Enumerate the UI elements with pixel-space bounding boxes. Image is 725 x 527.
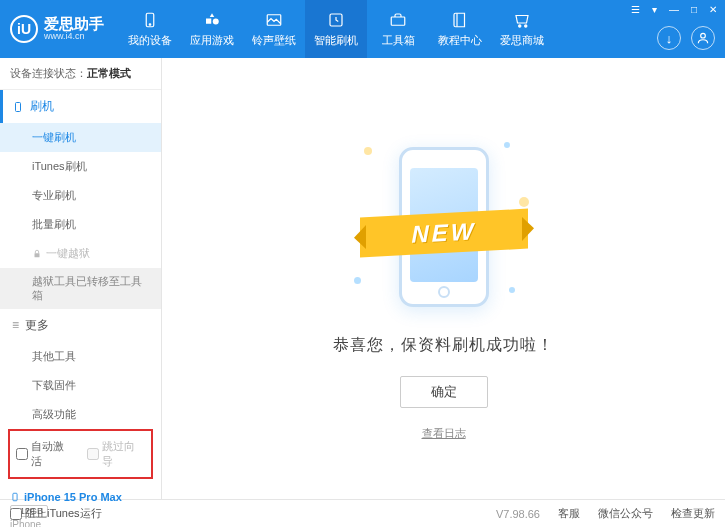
image-icon [264,10,284,30]
success-illustration: NEW [354,137,534,317]
sidebar-item-itunes[interactable]: iTunes刷机 [0,152,161,181]
sidebar-item-moved-notice: 越狱工具已转移至工具箱 [0,268,161,309]
sidebar-item-other[interactable]: 其他工具 [0,342,161,371]
sidebar-item-advanced[interactable]: 高级功能 [0,400,161,429]
nav-flash[interactable]: 智能刷机 [305,0,367,58]
header-right: ↓ [657,26,715,50]
wechat-link[interactable]: 微信公众号 [598,506,653,521]
sidebar-item-batch[interactable]: 批量刷机 [0,210,161,239]
phone-small-icon [12,101,24,113]
check-update-link[interactable]: 检查更新 [671,506,715,521]
maximize-icon[interactable]: □ [689,2,699,17]
cart-icon [512,10,532,30]
close-icon[interactable]: ✕ [707,2,719,17]
sidebar-section-flash[interactable]: 刷机 [0,90,161,123]
account-button[interactable] [691,26,715,50]
phone-icon [140,10,160,30]
logo-icon: iU [10,15,38,43]
nav-apps[interactable]: 应用游戏 [181,0,243,58]
nav-label: 应用游戏 [190,33,234,48]
svg-point-1 [149,24,151,26]
svg-rect-10 [16,102,21,111]
nav-label: 铃声壁纸 [252,33,296,48]
main-nav: 我的设备 应用游戏 铃声壁纸 智能刷机 工具箱 教程中心 爱思商城 [119,0,553,58]
nav-label: 我的设备 [128,33,172,48]
success-message: 恭喜您，保资料刷机成功啦！ [333,335,554,356]
block-itunes-checkbox[interactable]: 阻止iTunes运行 [10,506,102,521]
ok-button[interactable]: 确定 [400,376,488,408]
nav-label: 工具箱 [382,33,415,48]
app-header: iU 爱思助手 www.i4.cn 我的设备 应用游戏 铃声壁纸 智能刷机 工具… [0,0,725,58]
nav-label: 爱思商城 [500,33,544,48]
svg-point-8 [525,25,527,27]
minimize-icon[interactable]: — [667,2,681,17]
nav-ringtones[interactable]: 铃声壁纸 [243,0,305,58]
version-label: V7.98.66 [496,508,540,520]
menu-icon[interactable]: ☰ [629,2,642,17]
svg-point-7 [519,25,521,27]
connection-status: 设备连接状态：正常模式 [0,58,161,90]
svg-rect-6 [391,17,405,25]
window-controls: ☰ ▾ — □ ✕ [629,2,719,17]
options-highlight-box: 自动激活 跳过向导 [8,429,153,479]
svg-rect-12 [13,493,17,501]
more-icon: ≡ [12,318,19,332]
sidebar: 设备连接状态：正常模式 刷机 一键刷机 iTunes刷机 专业刷机 批量刷机 一… [0,58,162,499]
auto-activate-checkbox[interactable]: 自动激活 [16,439,75,469]
book-icon [450,10,470,30]
toolbox-icon [388,10,408,30]
sidebar-item-pro[interactable]: 专业刷机 [0,181,161,210]
skip-guide-checkbox[interactable]: 跳过向导 [87,439,146,469]
nav-tutorials[interactable]: 教程中心 [429,0,491,58]
main-content: NEW 恭喜您，保资料刷机成功啦！ 确定 查看日志 [162,58,725,499]
logo-area: iU 爱思助手 www.i4.cn [10,15,104,43]
svg-point-9 [701,33,706,38]
view-log-link[interactable]: 查看日志 [422,426,466,441]
skin-icon[interactable]: ▾ [650,2,659,17]
nav-store[interactable]: 爱思商城 [491,0,553,58]
sidebar-item-oneclick[interactable]: 一键刷机 [0,123,161,152]
download-button[interactable]: ↓ [657,26,681,50]
support-link[interactable]: 客服 [558,506,580,521]
sidebar-section-more[interactable]: ≡ 更多 [0,309,161,342]
device-name[interactable]: iPhone 15 Pro Max [10,491,151,503]
svg-rect-11 [35,253,40,257]
nav-label: 智能刷机 [314,33,358,48]
flash-icon [326,10,346,30]
app-icon [202,10,222,30]
new-ribbon: NEW [360,208,528,257]
svg-point-3 [213,19,219,25]
nav-my-device[interactable]: 我的设备 [119,0,181,58]
app-url: www.i4.cn [44,32,104,42]
svg-rect-2 [206,19,211,24]
sidebar-item-jailbreak: 一键越狱 [0,239,161,268]
device-phone-icon [10,491,20,503]
lock-icon [32,249,42,259]
nav-toolbox[interactable]: 工具箱 [367,0,429,58]
sidebar-item-download-fw[interactable]: 下载固件 [0,371,161,400]
app-title: 爱思助手 [44,16,104,33]
nav-label: 教程中心 [438,33,482,48]
